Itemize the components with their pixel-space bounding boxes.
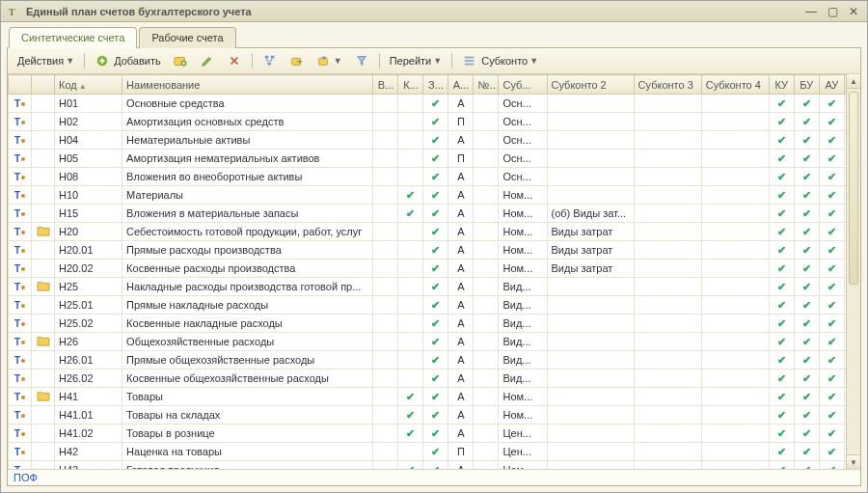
table-row[interactable]: TН41.01Товары на складах✔✔АНом...✔✔✔ xyxy=(9,406,860,425)
account-icon: T xyxy=(14,282,25,292)
table-row[interactable]: TН26.01Прямые общехозяйственные расходы✔… xyxy=(9,351,860,370)
edit-button[interactable] xyxy=(196,51,219,70)
check-icon: ✔ xyxy=(777,464,786,470)
col-code[interactable]: Код▲ xyxy=(55,75,122,95)
col-ku[interactable]: КУ xyxy=(769,75,794,95)
scroll-down-button[interactable]: ▼ xyxy=(847,454,860,469)
actions-menu[interactable]: Действия▼ xyxy=(14,53,78,68)
table-row[interactable]: TН01Основные средства✔АОсн...✔✔✔ xyxy=(9,95,860,113)
subconto-menu[interactable]: Субконто▼ xyxy=(458,51,542,70)
table-row[interactable]: TН04Нематериальные активы✔АОсн...✔✔✔ xyxy=(9,131,860,150)
cell-code: Н25.01 xyxy=(55,296,122,315)
check-icon: ✔ xyxy=(777,116,786,127)
cell-a: П xyxy=(448,443,474,461)
table-row[interactable]: TН26.02Косвенные общехозяйственные расхо… xyxy=(9,370,860,388)
col-rowicon[interactable] xyxy=(9,75,32,95)
col-sub4[interactable]: Субконто 4 xyxy=(701,75,769,95)
col-z[interactable]: З... xyxy=(423,75,448,95)
check-icon: ✔ xyxy=(431,409,440,421)
table-row[interactable]: TН02Амортизация основных средств✔ПОсн...… xyxy=(9,113,860,131)
grid[interactable]: Код▲ Наименование В... К... З... А... №.… xyxy=(8,74,860,469)
check-icon: ✔ xyxy=(802,171,811,182)
col-v[interactable]: В... xyxy=(373,75,398,95)
add-label: Добавить xyxy=(114,55,161,67)
table-row[interactable]: TН20Себестоимость готовой продукции, раб… xyxy=(9,223,860,241)
cell-sub1: Вид... xyxy=(499,315,547,333)
move-button[interactable] xyxy=(285,51,309,70)
table-row[interactable]: TН08Вложения во внеоборотные активы✔АОсн… xyxy=(9,168,860,186)
cell-sub2 xyxy=(547,388,634,406)
check-icon: ✔ xyxy=(777,409,786,421)
col-n[interactable]: №.. xyxy=(474,75,499,95)
cell-a: А xyxy=(448,425,474,443)
tab-synthetic-accounts[interactable]: Синтетические счета xyxy=(9,27,137,48)
clear-filter-button[interactable] xyxy=(350,51,373,70)
check-icon: ✔ xyxy=(802,226,811,237)
cell-a: А xyxy=(448,406,474,425)
cell-a: А xyxy=(448,241,474,260)
check-icon: ✔ xyxy=(827,446,836,457)
cell-a: А xyxy=(448,351,474,370)
window-title: Единый план счетов бухгалтерского учета xyxy=(26,6,803,17)
table-row[interactable]: TН15Вложения в материальные запасы✔✔АНом… xyxy=(9,205,860,223)
cell-sub2 xyxy=(547,296,634,315)
table-row[interactable]: TН10Материалы✔✔АНом...✔✔✔ xyxy=(9,186,860,205)
table-row[interactable]: TН25.02Косвенные накладные расходы✔АВид.… xyxy=(9,315,860,333)
col-au[interactable]: АУ xyxy=(819,75,844,95)
check-icon: ✔ xyxy=(827,372,836,384)
table-row[interactable]: TН43Готовая продукция✔✔АНом...✔✔✔ xyxy=(9,461,860,470)
svg-rect-11 xyxy=(465,64,475,66)
goto-menu[interactable]: Перейти▼ xyxy=(386,53,447,68)
hierarchy-button[interactable] xyxy=(258,51,282,70)
cell-sub1: Осн... xyxy=(499,168,547,186)
table-row[interactable]: TН41Товары✔✔АНом...✔✔✔ xyxy=(9,388,860,406)
close-button[interactable]: ✕ xyxy=(846,5,861,18)
cell-a: А xyxy=(448,315,474,333)
col-k[interactable]: К... xyxy=(398,75,423,95)
scroll-up-button[interactable]: ▲ xyxy=(847,74,860,89)
tab-label: Рабочие счета xyxy=(151,32,223,43)
account-icon: T xyxy=(14,245,25,256)
cell-name: Общехозяйственные расходы xyxy=(122,333,373,351)
cell-name: Накладные расходы производства готовой п… xyxy=(122,278,373,296)
account-icon: T xyxy=(14,227,25,237)
maximize-button[interactable]: ▢ xyxy=(825,5,840,18)
col-sub3[interactable]: Субконто 3 xyxy=(634,75,701,95)
titlebar[interactable]: T Единый план счетов бухгалтерского учет… xyxy=(1,1,867,22)
vertical-scrollbar[interactable]: ▲ ▼ xyxy=(846,74,860,469)
account-icon: T xyxy=(14,318,25,329)
add-folder-button[interactable] xyxy=(169,51,192,70)
table-row[interactable]: TН05Амортизация нематериальных активов✔П… xyxy=(9,150,860,168)
check-icon: ✔ xyxy=(777,446,786,457)
col-sub2[interactable]: Субконто 2 xyxy=(547,75,634,95)
folder-move-icon xyxy=(289,53,305,68)
col-name[interactable]: Наименование xyxy=(122,75,373,95)
cell-code: Н41 xyxy=(55,388,122,406)
col-sub1[interactable]: Суб... xyxy=(499,75,547,95)
separator xyxy=(379,53,380,68)
check-icon: ✔ xyxy=(802,409,811,421)
col-a[interactable]: А... xyxy=(448,75,474,95)
delete-button[interactable] xyxy=(223,51,246,70)
table-row[interactable]: TН41.02Товары в рознице✔✔АЦен...✔✔✔ xyxy=(9,425,860,443)
check-icon: ✔ xyxy=(827,317,836,329)
cell-a: П xyxy=(448,150,474,168)
table-row[interactable]: TН42Наценка на товары✔ПЦен...✔✔✔ xyxy=(9,443,860,461)
table-row[interactable]: TН25.01Прямые накладные расходы✔АВид...✔… xyxy=(9,296,860,315)
table-row[interactable]: TН20.02Косвенные расходы производства✔АН… xyxy=(9,260,860,278)
folder-icon xyxy=(37,282,50,293)
minimize-button[interactable]: — xyxy=(803,5,819,18)
col-bu[interactable]: БУ xyxy=(794,75,819,95)
table-row[interactable]: TН26Общехозяйственные расходы✔АВид...✔✔✔ xyxy=(9,333,860,351)
add-button[interactable]: Добавить xyxy=(91,51,165,70)
col-folder[interactable] xyxy=(32,75,55,95)
tab-working-accounts[interactable]: Рабочие счета xyxy=(139,27,235,48)
cell-name: Прямые общехозяйственные расходы xyxy=(122,351,373,370)
table-row[interactable]: TН20.01Прямые расходы производства✔АНом.… xyxy=(9,241,860,260)
check-icon: ✔ xyxy=(406,464,415,470)
cell-code: Н26.02 xyxy=(55,370,122,388)
table-row[interactable]: TН25Накладные расходы производства готов… xyxy=(9,278,860,296)
scroll-thumb[interactable] xyxy=(849,92,858,285)
filter-button[interactable]: ▼ xyxy=(312,51,346,70)
check-icon: ✔ xyxy=(802,189,811,201)
